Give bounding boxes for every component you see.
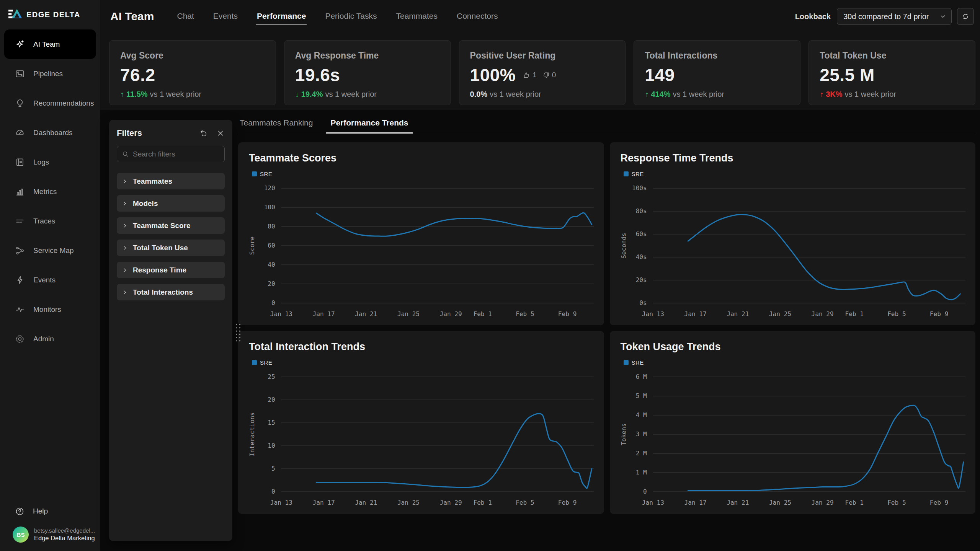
sidebar-item-admin[interactable]: Admin — [4, 324, 96, 354]
chevron-right-icon — [121, 245, 128, 251]
charts-area: Teammates RankingPerformance Trends Team… — [238, 116, 975, 551]
stat-card-total-interactions: Total Interactions149↑414%vs 1 week prio… — [634, 40, 800, 105]
tab-events[interactable]: Events — [212, 8, 238, 25]
chart-legend: SRE — [624, 171, 644, 177]
content: Filters TeammatesModelsTeammate ScoreTot… — [100, 110, 980, 551]
header-tabs: ChatEventsPerformancePeriodic TasksTeamm… — [176, 8, 498, 25]
tab-periodic-tasks[interactable]: Periodic Tasks — [324, 8, 377, 25]
help-label: Help — [33, 507, 48, 515]
legend-swatch-icon — [252, 360, 257, 365]
subtab-teammates-ranking[interactable]: Teammates Ranking — [238, 116, 314, 133]
arrow-down-icon: ↓ — [295, 90, 299, 99]
sidebar-item-help[interactable]: Help — [4, 500, 96, 523]
performance-subtabs: Teammates RankingPerformance Trends — [238, 116, 975, 133]
sidebar-item-label: Admin — [33, 335, 54, 343]
brand-logo[interactable]: EDGE DELTA — [0, 0, 100, 25]
sidebar-bottom: Help BS betsy.sallee@edgedel... Edge Del… — [0, 500, 100, 551]
legend-swatch-icon — [624, 171, 629, 176]
traces-icon — [15, 216, 25, 226]
filter-group-label: Total Token Use — [133, 244, 188, 252]
sidebar-item-service-map[interactable]: Service Map — [4, 236, 96, 265]
sidebar-item-label: Dashboards — [33, 129, 72, 137]
legend-item-sre[interactable]: SRE — [624, 171, 644, 177]
tab-performance[interactable]: Performance — [256, 8, 307, 25]
filter-group-total-token-use[interactable]: Total Token Use — [117, 240, 225, 256]
metrics-icon — [15, 187, 25, 197]
sidebar-item-recommendations[interactable]: Recommendations — [4, 88, 96, 118]
filter-group-teammate-score[interactable]: Teammate Score — [117, 217, 225, 234]
svg-text:Feb 5: Feb 5 — [887, 310, 906, 318]
legend-label: SRE — [632, 171, 644, 177]
user-menu[interactable]: BS betsy.sallee@edgedel... Edge Delta Ma… — [4, 523, 96, 545]
sidebar-item-metrics[interactable]: Metrics — [4, 177, 96, 206]
edge-delta-logo-icon — [8, 8, 23, 21]
delta-percent: 414% — [651, 90, 670, 99]
sidebar-item-events[interactable]: Events — [4, 265, 96, 295]
delta-suffix: vs 1 week prior — [673, 90, 725, 99]
chart-title: Token Usage Trends — [621, 341, 721, 353]
close-filters-icon[interactable] — [216, 129, 225, 137]
filter-group-teammates[interactable]: Teammates — [117, 173, 225, 189]
svg-text:Jan 21: Jan 21 — [355, 499, 377, 506]
admin-icon — [15, 334, 25, 344]
filter-group-models[interactable]: Models — [117, 195, 225, 212]
legend-item-sre[interactable]: SRE — [252, 359, 272, 366]
thumbs-down-value: 0 — [552, 71, 556, 79]
svg-text:25: 25 — [268, 373, 275, 380]
sidebar-item-traces[interactable]: Traces — [4, 206, 96, 236]
search-input[interactable] — [133, 150, 220, 158]
stat-card-title: Total Token Use — [820, 51, 964, 61]
svg-text:0: 0 — [271, 488, 275, 495]
chart-plot: 0s20s40s60s80s100sJan 13Jan 17Jan 21Jan … — [610, 181, 976, 325]
filter-group-response-time[interactable]: Response Time — [117, 262, 225, 278]
svg-text:Jan 17: Jan 17 — [684, 310, 706, 318]
svg-text:Jan 29: Jan 29 — [440, 310, 462, 318]
brand-name: EDGE DELTA — [26, 10, 80, 19]
svg-text:4 M: 4 M — [635, 411, 647, 419]
refresh-button[interactable] — [957, 8, 974, 25]
delta-percent: 0.0% — [470, 90, 488, 99]
svg-text:60: 60 — [268, 242, 275, 249]
sidebar: EDGE DELTA AI TeamPipelinesRecommendatio… — [0, 0, 100, 551]
sidebar-item-pipelines[interactable]: Pipelines — [4, 59, 96, 88]
dashboards-icon — [15, 128, 25, 138]
lookback-select[interactable]: 30d compared to 7d prior — [837, 8, 952, 25]
tab-chat[interactable]: Chat — [176, 8, 194, 25]
events-icon — [15, 275, 25, 285]
svg-text:0: 0 — [643, 488, 647, 495]
panel-resize-handle[interactable] — [234, 323, 242, 342]
filter-group-label: Models — [133, 199, 158, 208]
svg-text:Jan 25: Jan 25 — [769, 310, 791, 318]
chart-card-token-usage-trends: Token Usage TrendsSRE01 M2 M3 M4 M5 M6 M… — [610, 331, 976, 514]
legend-item-sre[interactable]: SRE — [252, 171, 272, 177]
reset-filters-icon[interactable] — [199, 129, 208, 137]
stat-card-delta: ↑3K%vs 1 week prior — [820, 90, 964, 99]
chart-title: Teammate Scores — [249, 152, 336, 164]
svg-text:Jan 21: Jan 21 — [727, 310, 749, 318]
stats-row: Avg Score76.2↑11.5%vs 1 week priorAvg Re… — [109, 40, 975, 105]
thumb-up-icon — [523, 71, 531, 79]
tab-connectors[interactable]: Connectors — [456, 8, 498, 25]
filter-group-total-interactions[interactable]: Total Interactions — [117, 284, 225, 300]
sidebar-item-ai-team[interactable]: AI Team — [4, 29, 96, 59]
arrow-up-icon: ↑ — [645, 90, 648, 99]
delta-percent: 11.5% — [126, 90, 148, 99]
chart-card-teammate-scores: Teammate ScoresSRE020406080100120Jan 13J… — [238, 142, 604, 325]
chevron-right-icon — [121, 222, 128, 229]
filter-group-label: Response Time — [133, 266, 186, 274]
chevron-down-icon — [939, 13, 947, 20]
sidebar-item-monitors[interactable]: Monitors — [4, 295, 96, 324]
sidebar-item-dashboards[interactable]: Dashboards — [4, 118, 96, 147]
filter-group-label: Teammates — [133, 177, 172, 186]
delta-percent: 3K% — [826, 90, 842, 99]
sidebar-item-label: Traces — [33, 217, 55, 225]
tab-teammates[interactable]: Teammates — [395, 8, 438, 25]
svg-text:40: 40 — [268, 261, 275, 268]
subtab-performance-trends[interactable]: Performance Trends — [329, 116, 410, 133]
svg-text:Jan 25: Jan 25 — [397, 499, 420, 506]
sidebar-item-logs[interactable]: Logs — [4, 147, 96, 177]
svg-text:10: 10 — [268, 442, 275, 449]
legend-item-sre[interactable]: SRE — [624, 359, 644, 366]
stat-card-delta: ↑414%vs 1 week prior — [645, 90, 789, 99]
svg-text:15: 15 — [268, 419, 275, 426]
